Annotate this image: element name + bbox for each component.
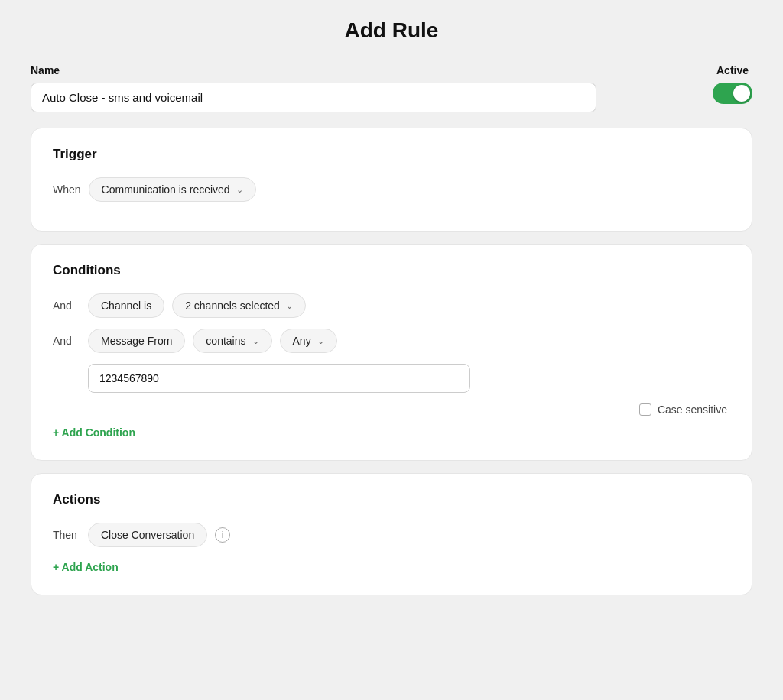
name-input[interactable] bbox=[31, 83, 596, 112]
action-info-icon[interactable]: i bbox=[215, 527, 230, 543]
name-section: Name bbox=[31, 64, 694, 112]
condition-1-chevron-icon: ⌄ bbox=[286, 301, 293, 311]
then-label: Then bbox=[53, 529, 80, 541]
case-sensitive-row: Case sensitive bbox=[53, 403, 730, 416]
condition-1-connector: And bbox=[53, 300, 80, 312]
name-active-row: Name Active bbox=[31, 64, 752, 112]
trigger-card: Trigger When Communication is received ⌄ bbox=[31, 128, 752, 232]
condition-row-1: And Channel is 2 channels selected ⌄ bbox=[53, 293, 730, 318]
active-section: Active bbox=[713, 64, 752, 104]
condition-1-operator[interactable]: 2 channels selected ⌄ bbox=[172, 293, 306, 318]
trigger-value: Communication is received bbox=[102, 183, 230, 196]
condition-2-value2-label: Any bbox=[293, 335, 311, 347]
condition-text-input[interactable] bbox=[88, 364, 470, 393]
actions-card: Actions Then Close Conversation i + Add … bbox=[31, 473, 752, 595]
condition-2-chevron-icon: ⌄ bbox=[252, 336, 259, 346]
case-sensitive-checkbox[interactable] bbox=[639, 403, 651, 416]
condition-1-operator-label: 2 channels selected bbox=[185, 300, 280, 312]
condition-1-field[interactable]: Channel is bbox=[88, 293, 164, 318]
add-condition-button[interactable]: + Add Condition bbox=[53, 423, 135, 442]
condition-2-operator[interactable]: contains ⌄ bbox=[193, 329, 271, 353]
conditions-title: Conditions bbox=[53, 263, 730, 278]
trigger-title: Trigger bbox=[53, 147, 730, 162]
condition-2-field-label: Message From bbox=[101, 335, 172, 347]
page-title: Add Rule bbox=[31, 18, 752, 43]
trigger-dropdown[interactable]: Communication is received ⌄ bbox=[89, 177, 256, 202]
trigger-chevron-icon: ⌄ bbox=[236, 185, 243, 195]
trigger-row: When Communication is received ⌄ bbox=[53, 177, 730, 202]
when-label: When bbox=[53, 183, 81, 196]
add-action-button[interactable]: + Add Action bbox=[53, 558, 119, 576]
condition-1-field-label: Channel is bbox=[101, 300, 151, 312]
condition-row-2: And Message From contains ⌄ Any ⌄ bbox=[53, 329, 730, 353]
action-row: Then Close Conversation i bbox=[53, 523, 730, 547]
actions-title: Actions bbox=[53, 492, 730, 507]
condition-2-connector: And bbox=[53, 335, 80, 347]
conditions-card: Conditions And Channel is 2 channels sel… bbox=[31, 244, 752, 461]
toggle-thumb bbox=[733, 85, 750, 102]
condition-2-field[interactable]: Message From bbox=[88, 329, 185, 353]
case-sensitive-label: Case sensitive bbox=[658, 403, 727, 416]
condition-2-operator-label: contains bbox=[206, 335, 245, 347]
action-value: Close Conversation bbox=[101, 529, 194, 541]
condition-text-row bbox=[53, 364, 730, 393]
condition-2-value2-chevron-icon: ⌄ bbox=[317, 336, 324, 346]
condition-2-value2[interactable]: Any ⌄ bbox=[280, 329, 337, 353]
active-toggle[interactable] bbox=[713, 83, 752, 104]
active-label: Active bbox=[716, 64, 749, 76]
name-label: Name bbox=[31, 64, 694, 76]
action-dropdown[interactable]: Close Conversation bbox=[88, 523, 207, 547]
